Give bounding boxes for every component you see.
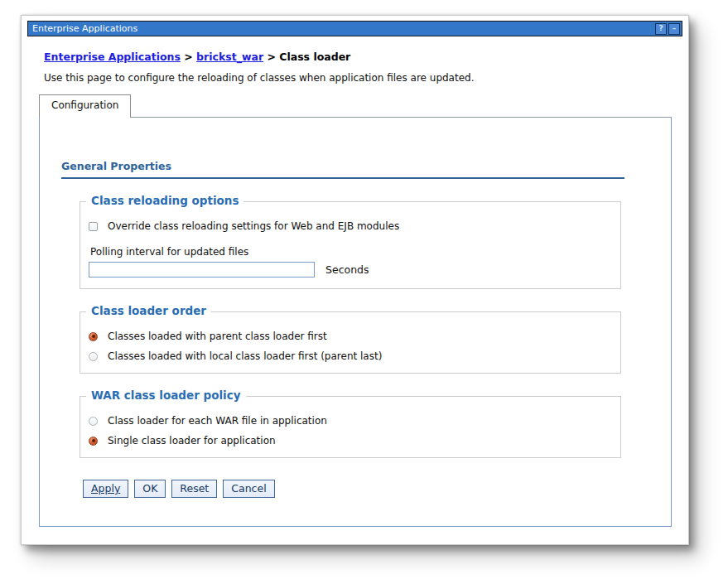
configuration-panel: General Properties Class reloading optio… xyxy=(39,117,672,527)
radio-row-parent-last: Classes loaded with local class loader f… xyxy=(89,350,620,362)
window-title: Enterprise Applications xyxy=(32,22,137,36)
radio-parent-first[interactable] xyxy=(89,332,98,341)
radio-parent-last-label: Classes loaded with local class loader f… xyxy=(108,350,382,362)
reset-button[interactable]: Reset xyxy=(171,480,217,498)
class-loader-order-legend: Class loader order xyxy=(86,304,211,317)
polling-interval-label: Polling interval for updated files xyxy=(90,246,620,258)
dialog-window: Enterprise Applications ? – Enterprise A… xyxy=(21,15,689,545)
cancel-button[interactable]: Cancel xyxy=(223,480,274,498)
tab-bar: Configuration xyxy=(39,94,671,117)
polling-interval-input[interactable] xyxy=(89,262,315,278)
class-reloading-options-legend: Class reloading options xyxy=(86,194,243,207)
action-buttons: Apply OK Reset Cancel xyxy=(83,480,671,498)
breadcrumb: Enterprise Applications > brickst_war > … xyxy=(44,51,671,63)
breadcrumb-current-class-loader: Class loader xyxy=(279,51,350,63)
breadcrumb-separator: > xyxy=(184,51,192,63)
override-checkbox[interactable] xyxy=(89,222,98,231)
radio-single-loader-label: Single class loader for application xyxy=(108,435,276,446)
radio-parent-last[interactable] xyxy=(89,352,98,361)
apply-button[interactable]: Apply xyxy=(83,480,128,498)
ok-button[interactable]: OK xyxy=(134,480,166,498)
polling-interval-unit: Seconds xyxy=(325,263,369,276)
minimize-icon[interactable]: – xyxy=(668,23,680,35)
war-class-loader-policy-group: WAR class loader policy Class loader for… xyxy=(80,396,621,458)
window-titlebar: Enterprise Applications ? – xyxy=(27,21,682,36)
breadcrumb-link-enterprise-applications[interactable]: Enterprise Applications xyxy=(44,51,181,63)
page-description: Use this page to configure the reloading… xyxy=(44,72,671,84)
class-reloading-options-group: Class reloading options Override class r… xyxy=(80,201,621,289)
radio-single-loader[interactable] xyxy=(89,437,98,446)
radio-row-parent-first: Classes loaded with parent class loader … xyxy=(89,331,620,342)
radio-row-each-war: Class loader for each WAR file in applic… xyxy=(89,415,620,427)
polling-interval-row: Seconds xyxy=(89,262,620,278)
help-icon[interactable]: ? xyxy=(655,23,667,35)
class-loader-order-group: Class loader order Classes loaded with p… xyxy=(80,311,621,374)
titlebar-buttons: ? – xyxy=(653,23,680,35)
tab-configuration[interactable]: Configuration xyxy=(39,94,131,118)
breadcrumb-link-brickst-war[interactable]: brickst_war xyxy=(196,51,263,63)
general-properties-heading: General Properties xyxy=(61,160,624,179)
override-checkbox-label: Override class reloading settings for We… xyxy=(108,220,399,232)
war-class-loader-policy-legend: WAR class loader policy xyxy=(86,389,246,402)
radio-parent-first-label: Classes loaded with parent class loader … xyxy=(108,331,327,342)
override-checkbox-row: Override class reloading settings for We… xyxy=(89,220,620,232)
radio-each-war-label: Class loader for each WAR file in applic… xyxy=(108,415,327,427)
radio-each-war[interactable] xyxy=(89,417,98,426)
breadcrumb-separator: > xyxy=(267,51,275,63)
radio-row-single-loader: Single class loader for application xyxy=(89,435,620,446)
dialog-content: Enterprise Applications > brickst_war > … xyxy=(27,36,682,527)
